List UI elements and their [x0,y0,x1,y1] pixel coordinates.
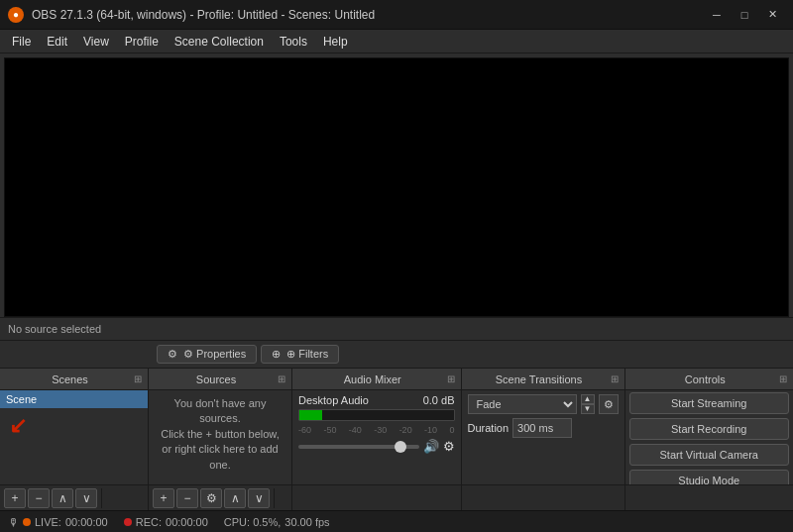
transitions-panel-content: Fade ▲ ▼ ⚙ Duration [462,390,624,484]
start-streaming-button[interactable]: Start Streaming [629,392,790,414]
sources-toolbar-section: + − ⚙ ∧ ∨ [149,488,275,508]
audio-settings-icon[interactable]: ⚙ [443,439,455,454]
scenes-remove-button[interactable]: − [28,488,50,508]
menubar: File Edit View Profile Scene Collection … [0,30,793,53]
sources-down-button[interactable]: ∨ [248,488,270,508]
sources-up-button[interactable]: ∧ [224,488,246,508]
duration-label: Duration [468,422,510,434]
transitions-panel-header: Scene Transitions ⊞ [462,369,624,390]
sources-panel-header: Sources ⊞ [149,369,291,390]
no-source-text: No source selected [8,323,101,335]
scenes-toolbar-section: + − ∧ ∨ [0,488,102,508]
audio-slider-thumb [395,441,406,453]
live-label: LIVE: [35,516,61,528]
menu-file[interactable]: File [4,33,39,51]
scenes-expand-icon[interactable]: ⊞ [134,373,142,384]
audio-mixer-panel: Audio Mixer ⊞ Desktop Audio 0.0 dB [292,369,462,510]
duration-row: Duration [468,418,619,438]
audio-meter [298,409,455,421]
titlebar-controls: ─ □ ✕ [704,5,785,25]
no-source-bar: No source selected [0,317,793,341]
sources-toolbar: + − ⚙ ∧ ∨ [149,484,291,510]
audio-panel-header: Audio Mixer ⊞ [292,369,461,390]
rec-dot [124,518,132,526]
scenes-panel-content: Scene ↙ [0,390,148,484]
maximize-button[interactable]: □ [732,5,757,25]
sources-add-button[interactable]: + [153,488,174,508]
menu-tools[interactable]: Tools [272,33,315,51]
status-rec: REC: 00:00:00 [124,516,208,528]
start-virtual-camera-button[interactable]: Start Virtual Camera [629,444,790,466]
transition-gear-button[interactable]: ⚙ [599,394,619,414]
scene-item[interactable]: Scene [0,390,148,408]
audio-meter-dark [322,410,453,420]
sources-panel-title: Sources [155,373,278,385]
audio-toolbar [292,484,461,510]
audio-panel-title: Audio Mixer [298,373,447,385]
scenes-up-button[interactable]: ∧ [52,488,73,508]
live-dot [23,518,31,526]
audio-panel-content: Desktop Audio 0.0 dB -60-50-40-30-20-100 [292,390,461,484]
transition-up-button[interactable]: ▲ [581,394,595,404]
sources-panel: Sources ⊞ You don't have any sources.Cli… [149,369,292,510]
transitions-panel-title: Scene Transitions [468,373,611,385]
controls-panel-content: Start Streaming Start Recording Start Vi… [625,390,794,484]
fps-value: 30.00 fps [284,516,329,528]
scenes-toolbar: + − ∧ ∨ [0,484,148,510]
arrow-down-icon: ↙ [4,412,32,440]
controls-panel-title: Controls [631,373,780,385]
audio-volume-slider[interactable] [298,445,419,449]
close-button[interactable]: ✕ [759,5,785,25]
menu-profile[interactable]: Profile [117,33,167,51]
controls-expand-icon[interactable]: ⊞ [779,373,787,384]
live-time: 00:00:00 [65,516,108,528]
start-recording-button[interactable]: Start Recording [629,418,790,440]
menu-edit[interactable]: Edit [39,33,75,51]
scenes-down-button[interactable]: ∨ [75,488,97,508]
scenes-add-button[interactable]: + [4,488,26,508]
transition-type-row: Fade ▲ ▼ ⚙ [468,394,619,414]
titlebar-title: OBS 27.1.3 (64-bit, windows) - Profile: … [32,8,375,22]
bottom-section: No source selected ⚙ ⚙ Properties ⊕ ⊕ Fi… [0,317,793,510]
transition-arrows: ▲ ▼ [581,394,595,414]
menu-help[interactable]: Help [315,33,356,51]
scenes-panel-title: Scenes [6,373,134,385]
preview-canvas [4,57,789,317]
transitions-expand-icon[interactable]: ⊞ [611,373,619,384]
minimize-button[interactable]: ─ [704,5,730,25]
sources-remove-button[interactable]: − [176,488,198,508]
audio-track-desktop: Desktop Audio 0.0 dB -60-50-40-30-20-100 [292,390,461,458]
scenes-panel-header: Scenes ⊞ [0,369,148,390]
audio-track-header: Desktop Audio 0.0 dB [298,394,455,406]
sources-expand-icon[interactable]: ⊞ [278,373,285,384]
transition-type-select[interactable]: Fade [468,394,577,414]
app-icon: ● [8,7,24,23]
transition-down-button[interactable]: ▼ [581,404,595,414]
sources-settings-button[interactable]: ⚙ [200,488,222,508]
mic-icon: 🎙 [8,516,19,528]
audio-expand-icon[interactable]: ⊞ [447,373,455,384]
titlebar: ● OBS 27.1.3 (64-bit, windows) - Profile… [0,0,793,30]
titlebar-left: ● OBS 27.1.3 (64-bit, windows) - Profile… [8,7,375,23]
speaker-icon[interactable]: 🔊 [423,439,439,454]
sources-empty-text: You don't have any sources.Click the + b… [149,390,291,479]
preview-section [0,53,793,317]
properties-button[interactable]: ⚙ ⚙ Properties [157,345,257,364]
controls-panel: Controls ⊞ Start Streaming Start Recordi… [625,369,794,510]
cpu-label: CPU: 0.5%, [224,516,281,528]
studio-mode-button[interactable]: Studio Mode [629,470,790,484]
audio-track-name: Desktop Audio [298,394,369,406]
filter-icon: ⊕ [272,348,281,361]
controls-toolbar [625,484,794,510]
statusbar: 🎙 LIVE: 00:00:00 REC: 00:00:00 CPU: 0.5%… [0,510,793,532]
duration-input[interactable] [512,418,572,438]
rec-time: 00:00:00 [166,516,208,528]
menu-scene-collection[interactable]: Scene Collection [167,33,272,51]
status-live: 🎙 LIVE: 00:00:00 [8,516,108,528]
menu-view[interactable]: View [75,33,117,51]
content-area: No source selected ⚙ ⚙ Properties ⊕ ⊕ Fi… [0,53,793,510]
filters-button[interactable]: ⊕ ⊕ Filters [261,345,339,364]
audio-track-db: 0.0 dB [423,394,455,406]
scenes-panel: Scenes ⊞ Scene ↙ + − ∧ [0,369,149,510]
controls-panel-header: Controls ⊞ [625,369,794,390]
